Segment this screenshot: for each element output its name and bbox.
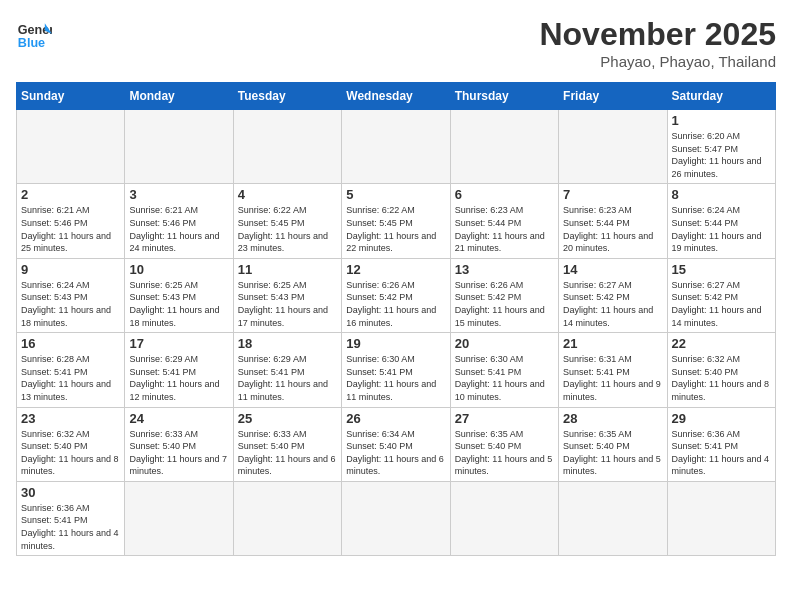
day-number: 20 xyxy=(455,336,554,351)
calendar-week-row: 9Sunrise: 6:24 AMSunset: 5:43 PMDaylight… xyxy=(17,258,776,332)
table-row: 16Sunrise: 6:28 AMSunset: 5:41 PMDayligh… xyxy=(17,333,125,407)
day-number: 12 xyxy=(346,262,445,277)
empty-cell xyxy=(342,110,450,184)
table-row: 7Sunrise: 6:23 AMSunset: 5:44 PMDaylight… xyxy=(559,184,667,258)
day-info: Sunrise: 6:34 AMSunset: 5:40 PMDaylight:… xyxy=(346,428,445,478)
table-row: 2Sunrise: 6:21 AMSunset: 5:46 PMDaylight… xyxy=(17,184,125,258)
day-info: Sunrise: 6:35 AMSunset: 5:40 PMDaylight:… xyxy=(455,428,554,478)
day-number: 1 xyxy=(672,113,771,128)
page-header: General Blue November 2025 Phayao, Phaya… xyxy=(16,16,776,70)
header-friday: Friday xyxy=(559,83,667,110)
table-row: 14Sunrise: 6:27 AMSunset: 5:42 PMDayligh… xyxy=(559,258,667,332)
table-row: 9Sunrise: 6:24 AMSunset: 5:43 PMDaylight… xyxy=(17,258,125,332)
day-number: 22 xyxy=(672,336,771,351)
day-info: Sunrise: 6:26 AMSunset: 5:42 PMDaylight:… xyxy=(346,279,445,329)
empty-cell xyxy=(125,481,233,555)
table-row: 21Sunrise: 6:31 AMSunset: 5:41 PMDayligh… xyxy=(559,333,667,407)
table-row: 17Sunrise: 6:29 AMSunset: 5:41 PMDayligh… xyxy=(125,333,233,407)
day-number: 10 xyxy=(129,262,228,277)
calendar-table: Sunday Monday Tuesday Wednesday Thursday… xyxy=(16,82,776,556)
header-saturday: Saturday xyxy=(667,83,775,110)
day-info: Sunrise: 6:21 AMSunset: 5:46 PMDaylight:… xyxy=(21,204,120,254)
day-number: 16 xyxy=(21,336,120,351)
day-number: 7 xyxy=(563,187,662,202)
day-number: 29 xyxy=(672,411,771,426)
day-number: 28 xyxy=(563,411,662,426)
table-row: 20Sunrise: 6:30 AMSunset: 5:41 PMDayligh… xyxy=(450,333,558,407)
empty-cell xyxy=(125,110,233,184)
day-number: 18 xyxy=(238,336,337,351)
table-row: 29Sunrise: 6:36 AMSunset: 5:41 PMDayligh… xyxy=(667,407,775,481)
table-row: 19Sunrise: 6:30 AMSunset: 5:41 PMDayligh… xyxy=(342,333,450,407)
day-info: Sunrise: 6:27 AMSunset: 5:42 PMDaylight:… xyxy=(672,279,771,329)
empty-cell xyxy=(559,110,667,184)
header-monday: Monday xyxy=(125,83,233,110)
day-info: Sunrise: 6:36 AMSunset: 5:41 PMDaylight:… xyxy=(672,428,771,478)
day-info: Sunrise: 6:22 AMSunset: 5:45 PMDaylight:… xyxy=(238,204,337,254)
empty-cell xyxy=(17,110,125,184)
day-number: 30 xyxy=(21,485,120,500)
header-thursday: Thursday xyxy=(450,83,558,110)
day-info: Sunrise: 6:27 AMSunset: 5:42 PMDaylight:… xyxy=(563,279,662,329)
day-info: Sunrise: 6:35 AMSunset: 5:40 PMDaylight:… xyxy=(563,428,662,478)
day-info: Sunrise: 6:30 AMSunset: 5:41 PMDaylight:… xyxy=(455,353,554,403)
calendar-week-row: 23Sunrise: 6:32 AMSunset: 5:40 PMDayligh… xyxy=(17,407,776,481)
day-info: Sunrise: 6:24 AMSunset: 5:43 PMDaylight:… xyxy=(21,279,120,329)
calendar-header-row: Sunday Monday Tuesday Wednesday Thursday… xyxy=(17,83,776,110)
table-row: 3Sunrise: 6:21 AMSunset: 5:46 PMDaylight… xyxy=(125,184,233,258)
table-row: 26Sunrise: 6:34 AMSunset: 5:40 PMDayligh… xyxy=(342,407,450,481)
day-info: Sunrise: 6:21 AMSunset: 5:46 PMDaylight:… xyxy=(129,204,228,254)
table-row: 27Sunrise: 6:35 AMSunset: 5:40 PMDayligh… xyxy=(450,407,558,481)
day-number: 13 xyxy=(455,262,554,277)
day-number: 8 xyxy=(672,187,771,202)
day-number: 17 xyxy=(129,336,228,351)
table-row: 22Sunrise: 6:32 AMSunset: 5:40 PMDayligh… xyxy=(667,333,775,407)
table-row: 23Sunrise: 6:32 AMSunset: 5:40 PMDayligh… xyxy=(17,407,125,481)
table-row: 5Sunrise: 6:22 AMSunset: 5:45 PMDaylight… xyxy=(342,184,450,258)
table-row: 30Sunrise: 6:36 AMSunset: 5:41 PMDayligh… xyxy=(17,481,125,555)
day-info: Sunrise: 6:28 AMSunset: 5:41 PMDaylight:… xyxy=(21,353,120,403)
day-number: 3 xyxy=(129,187,228,202)
calendar-week-row: 1Sunrise: 6:20 AMSunset: 5:47 PMDaylight… xyxy=(17,110,776,184)
day-info: Sunrise: 6:32 AMSunset: 5:40 PMDaylight:… xyxy=(672,353,771,403)
table-row: 6Sunrise: 6:23 AMSunset: 5:44 PMDaylight… xyxy=(450,184,558,258)
day-number: 2 xyxy=(21,187,120,202)
day-number: 4 xyxy=(238,187,337,202)
day-number: 25 xyxy=(238,411,337,426)
day-number: 23 xyxy=(21,411,120,426)
empty-cell xyxy=(559,481,667,555)
header-wednesday: Wednesday xyxy=(342,83,450,110)
table-row: 11Sunrise: 6:25 AMSunset: 5:43 PMDayligh… xyxy=(233,258,341,332)
day-info: Sunrise: 6:32 AMSunset: 5:40 PMDaylight:… xyxy=(21,428,120,478)
day-info: Sunrise: 6:25 AMSunset: 5:43 PMDaylight:… xyxy=(238,279,337,329)
day-info: Sunrise: 6:23 AMSunset: 5:44 PMDaylight:… xyxy=(455,204,554,254)
table-row: 13Sunrise: 6:26 AMSunset: 5:42 PMDayligh… xyxy=(450,258,558,332)
table-row: 18Sunrise: 6:29 AMSunset: 5:41 PMDayligh… xyxy=(233,333,341,407)
location-title: Phayao, Phayao, Thailand xyxy=(539,53,776,70)
day-info: Sunrise: 6:36 AMSunset: 5:41 PMDaylight:… xyxy=(21,502,120,552)
table-row: 24Sunrise: 6:33 AMSunset: 5:40 PMDayligh… xyxy=(125,407,233,481)
day-info: Sunrise: 6:29 AMSunset: 5:41 PMDaylight:… xyxy=(129,353,228,403)
table-row: 12Sunrise: 6:26 AMSunset: 5:42 PMDayligh… xyxy=(342,258,450,332)
svg-text:Blue: Blue xyxy=(18,36,45,50)
month-title: November 2025 xyxy=(539,16,776,53)
logo: General Blue xyxy=(16,16,52,52)
day-info: Sunrise: 6:33 AMSunset: 5:40 PMDaylight:… xyxy=(129,428,228,478)
day-info: Sunrise: 6:25 AMSunset: 5:43 PMDaylight:… xyxy=(129,279,228,329)
day-number: 24 xyxy=(129,411,228,426)
day-info: Sunrise: 6:26 AMSunset: 5:42 PMDaylight:… xyxy=(455,279,554,329)
empty-cell xyxy=(342,481,450,555)
day-number: 27 xyxy=(455,411,554,426)
table-row: 28Sunrise: 6:35 AMSunset: 5:40 PMDayligh… xyxy=(559,407,667,481)
day-info: Sunrise: 6:30 AMSunset: 5:41 PMDaylight:… xyxy=(346,353,445,403)
table-row: 8Sunrise: 6:24 AMSunset: 5:44 PMDaylight… xyxy=(667,184,775,258)
day-info: Sunrise: 6:22 AMSunset: 5:45 PMDaylight:… xyxy=(346,204,445,254)
table-row: 25Sunrise: 6:33 AMSunset: 5:40 PMDayligh… xyxy=(233,407,341,481)
empty-cell xyxy=(233,481,341,555)
day-info: Sunrise: 6:31 AMSunset: 5:41 PMDaylight:… xyxy=(563,353,662,403)
day-number: 5 xyxy=(346,187,445,202)
logo-icon: General Blue xyxy=(16,16,52,52)
table-row: 15Sunrise: 6:27 AMSunset: 5:42 PMDayligh… xyxy=(667,258,775,332)
header-sunday: Sunday xyxy=(17,83,125,110)
day-number: 6 xyxy=(455,187,554,202)
